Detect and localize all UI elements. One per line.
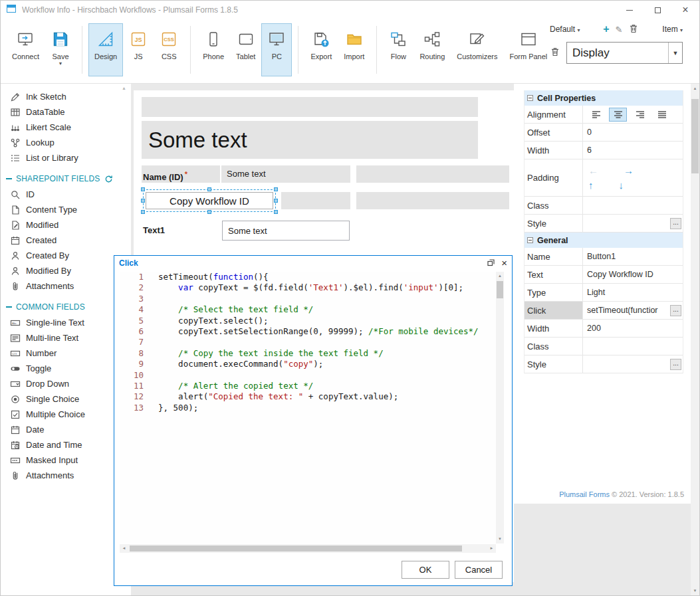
sidebar-item-date[interactable]: Date bbox=[1, 422, 131, 437]
sidebar-item-list-or-library[interactable]: List or Library bbox=[1, 150, 131, 165]
prop-value[interactable]: 200 bbox=[583, 320, 683, 337]
prop-row-click[interactable]: ClicksetTimeout(functior... bbox=[525, 302, 683, 320]
selected-element-outline[interactable]: Copy Workflow ID bbox=[143, 189, 276, 212]
ribbon-button-design[interactable]: Design bbox=[88, 23, 123, 76]
maximize-button[interactable] bbox=[643, 1, 671, 19]
sidebar-section-sharepoint-fields[interactable]: SHAREPOINT FIELDS bbox=[1, 171, 131, 187]
sidebar-item-modified[interactable]: Modified bbox=[1, 217, 131, 233]
prop-row-padding[interactable]: Padding←→↑↓ bbox=[525, 159, 683, 197]
ribbon-button-js[interactable]: JSJS bbox=[123, 23, 154, 76]
ribbon-button-export[interactable]: Export bbox=[304, 23, 338, 76]
default-dropdown[interactable]: Default ▾ bbox=[550, 25, 580, 34]
sidebar-item-id[interactable]: ID bbox=[1, 187, 131, 202]
copy-workflow-id-button[interactable]: Copy Workflow ID bbox=[146, 192, 273, 209]
scrollbar-thumb[interactable] bbox=[130, 546, 462, 551]
prop-value[interactable]: 6 bbox=[583, 142, 683, 159]
ok-button[interactable]: OK bbox=[402, 561, 449, 579]
scroll-down-icon[interactable]: ▼ bbox=[496, 535, 504, 544]
scrollbar-thumb[interactable] bbox=[497, 281, 503, 298]
ellipsis-button[interactable]: ... bbox=[670, 305, 681, 316]
form-type-select[interactable]: Display ▼ bbox=[566, 42, 683, 64]
prop-row-type[interactable]: TypeLight bbox=[525, 284, 683, 302]
item-dropdown[interactable]: Item ▾ bbox=[662, 25, 683, 34]
sidebar-item-datatable[interactable]: DataTable bbox=[1, 104, 131, 120]
prop-row-width[interactable]: Width6 bbox=[525, 142, 683, 159]
plumsail-forms-link[interactable]: Plumsail Forms bbox=[559, 490, 610, 498]
prop-value[interactable] bbox=[583, 197, 683, 214]
collapse-icon[interactable] bbox=[527, 95, 533, 101]
prop-row-class[interactable]: Class bbox=[525, 197, 683, 215]
name-label-cell[interactable]: Name (ID)* bbox=[142, 165, 220, 183]
editor-horizontal-scrollbar[interactable]: ◄ ► bbox=[120, 544, 496, 553]
prop-row-width[interactable]: Width200 bbox=[525, 320, 683, 338]
resize-handle[interactable] bbox=[207, 187, 211, 191]
form-placeholder-cell[interactable] bbox=[356, 165, 509, 183]
form-heading-cell[interactable]: Some text bbox=[142, 121, 478, 159]
refresh-icon[interactable] bbox=[104, 175, 113, 183]
padding-right-arrow-icon[interactable]: → bbox=[624, 165, 634, 175]
prop-row-offset[interactable]: Offset0 bbox=[525, 124, 683, 142]
canvas-vertical-scrollbar[interactable]: ▲ ▼ bbox=[691, 84, 699, 595]
resize-handle[interactable] bbox=[274, 187, 278, 191]
ribbon-button-form-panel[interactable]: Form Panel bbox=[503, 23, 553, 76]
chevron-down-icon[interactable]: ▼ bbox=[58, 61, 63, 66]
prop-row-text[interactable]: TextCopy Workflow ID bbox=[525, 266, 683, 284]
resize-handle[interactable] bbox=[141, 210, 145, 214]
ribbon-button-routing[interactable]: Routing bbox=[413, 23, 451, 76]
ribbon-button-import[interactable]: Import bbox=[338, 23, 370, 76]
ribbon-button-customizers[interactable]: Customizers bbox=[451, 23, 503, 76]
resize-handle[interactable] bbox=[141, 187, 145, 191]
sidebar-section-common-fields[interactable]: COMMON FIELDS bbox=[1, 299, 131, 315]
padding-bottom-arrow-icon[interactable]: ↓ bbox=[619, 180, 624, 190]
sidebar-item-multi-line-text[interactable]: Multi-line Text bbox=[1, 330, 131, 346]
prop-row-style[interactable]: Style... bbox=[525, 355, 683, 373]
ribbon-button-phone[interactable]: Phone bbox=[197, 23, 230, 76]
cancel-button[interactable]: Cancel bbox=[455, 561, 503, 579]
prop-value[interactable]: setTimeout(functior... bbox=[583, 302, 683, 319]
sidebar-item-masked-input[interactable]: Masked Input bbox=[1, 452, 131, 468]
align-right-button[interactable] bbox=[631, 108, 649, 122]
scroll-up-icon[interactable]: ▲ bbox=[691, 84, 699, 93]
sidebar-item-created-by[interactable]: Created By bbox=[1, 248, 131, 263]
scroll-left-icon[interactable]: ◄ bbox=[120, 544, 128, 553]
ribbon-button-pc[interactable]: PC bbox=[261, 23, 292, 76]
sidebar-item-multiple-choice[interactable]: Multiple Choice bbox=[1, 407, 131, 422]
sidebar-item-likert-scale[interactable]: Likert Scale bbox=[1, 120, 131, 135]
prop-value[interactable]: ... bbox=[583, 215, 683, 232]
prop-value[interactable] bbox=[583, 106, 683, 123]
ribbon-button-css[interactable]: CSSCSS bbox=[154, 23, 184, 76]
popout-icon[interactable] bbox=[487, 259, 495, 266]
dialog-close-icon[interactable]: × bbox=[501, 258, 507, 268]
prop-row-style[interactable]: Style... bbox=[525, 215, 683, 233]
form-placeholder-cell[interactable] bbox=[142, 97, 478, 117]
form-placeholder-cell[interactable] bbox=[281, 192, 350, 209]
scroll-down-icon[interactable]: ▼ bbox=[691, 586, 699, 595]
trash-icon[interactable] bbox=[628, 23, 639, 36]
ribbon-button-connect[interactable]: Connect bbox=[6, 23, 45, 76]
padding-left-arrow-icon[interactable]: ← bbox=[588, 165, 598, 175]
close-button[interactable]: × bbox=[671, 1, 699, 19]
prop-value[interactable]: Light bbox=[583, 284, 683, 301]
sidebar-item-content-type[interactable]: Content Type bbox=[1, 202, 131, 217]
ellipsis-button[interactable]: ... bbox=[670, 359, 681, 370]
add-icon[interactable]: + bbox=[603, 25, 609, 34]
ribbon-button-save[interactable]: Save▼ bbox=[45, 23, 76, 76]
cell-properties-header[interactable]: Cell Properties bbox=[525, 90, 683, 106]
padding-top-arrow-icon[interactable]: ↑ bbox=[588, 180, 594, 190]
resize-handle[interactable] bbox=[274, 210, 278, 214]
scroll-up-icon[interactable]: ▲ bbox=[496, 272, 504, 280]
sidebar-item-lookup[interactable]: Lookup bbox=[1, 135, 131, 150]
text1-input[interactable] bbox=[222, 221, 350, 241]
sidebar-item-toggle[interactable]: Toggle bbox=[1, 361, 131, 376]
align-center-button[interactable] bbox=[609, 108, 627, 122]
prop-row-alignment[interactable]: Alignment bbox=[525, 106, 683, 124]
name-value-cell[interactable]: Some text bbox=[221, 165, 350, 183]
general-header[interactable]: General bbox=[525, 233, 683, 248]
align-justify-button[interactable] bbox=[653, 108, 671, 122]
sidebar-item-attachments[interactable]: Attachments bbox=[1, 278, 131, 294]
scroll-right-icon[interactable]: ► bbox=[487, 544, 496, 553]
prop-row-class[interactable]: Class bbox=[525, 338, 683, 355]
prop-row-name[interactable]: NameButton1 bbox=[525, 248, 683, 266]
align-left-button[interactable] bbox=[587, 108, 605, 122]
editor-vertical-scrollbar[interactable]: ▲ ▼ bbox=[496, 272, 504, 544]
